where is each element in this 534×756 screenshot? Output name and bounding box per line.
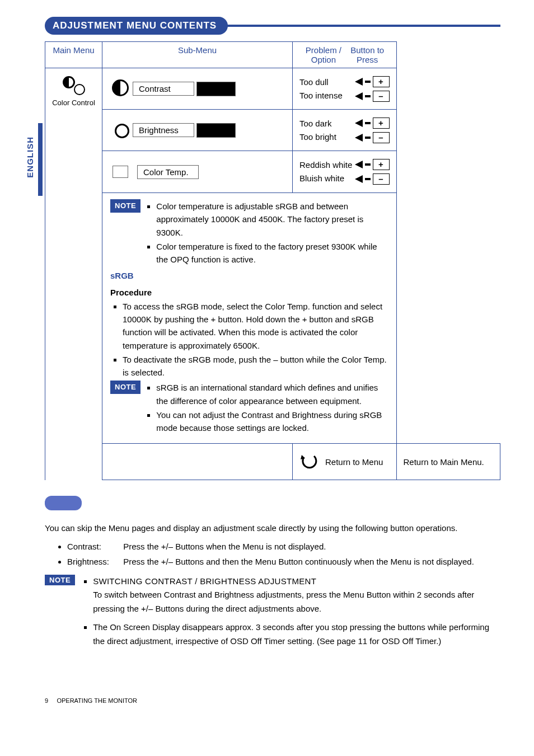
return-description-cell: Return to Main Menu.	[397, 444, 500, 480]
contrast-problem-dull: Too dull	[299, 76, 343, 89]
contrast-label: Contrast	[133, 82, 194, 96]
minus-key: –	[373, 91, 390, 102]
direct-note-switching-text: To switch between Contrast and Brightnes…	[93, 590, 474, 613]
direct-item-contrast: Contrast: Press the +/– Buttons when the…	[67, 540, 500, 554]
color-control-icon	[63, 76, 85, 93]
main-menu-label: Color Control	[49, 98, 99, 108]
direct-brightness-text: Press the +/– Buttons and then the Menu …	[123, 555, 498, 569]
brightness-problem-dark: Too dark	[299, 117, 336, 130]
direct-contrast-text: Press the +/– Buttons when the Menu is n…	[123, 542, 326, 551]
colortemp-label: Color Temp.	[137, 165, 199, 179]
direct-intro: You can skip the Menu pages and display …	[45, 522, 500, 536]
submenu-colortemp: Color Temp.	[102, 151, 292, 192]
srgb-note-block: NOTE Color temperature is adjustable sRG…	[102, 193, 396, 443]
plus-key: +	[373, 76, 390, 87]
minus-key: –	[373, 132, 390, 143]
colortemp-problem-bluish: Bluish white	[299, 172, 352, 185]
note-color-temp-fixed: Color temperature is fixed to the factor…	[156, 240, 385, 266]
language-tab: ENGLISH	[25, 137, 35, 178]
direct-note-block: NOTE SWITCHING CONTRAST / BRIGHTNESS ADJ…	[45, 575, 500, 653]
contrast-icon	[112, 79, 129, 96]
page-number: 9	[45, 697, 48, 704]
direct-list: Contrast: Press the +/– Buttons when the…	[45, 540, 500, 569]
arrow-left-icon	[355, 78, 363, 86]
direct-brightness-label: Brightness:	[67, 555, 121, 569]
page-footer: 9 OPERATING THE MONITOR	[45, 697, 500, 704]
note-badge: NOTE	[110, 199, 140, 213]
direct-note-osd: The On Screen Display disappears approx.…	[93, 621, 500, 649]
contrast-problem-intense: Too intense	[299, 89, 343, 102]
th-main-menu: Main Menu	[45, 42, 102, 68]
return-description: Return to Main Menu.	[404, 457, 484, 467]
direct-note-switching: SWITCHING CONTRAST / BRIGHTNESS ADJUSTME…	[93, 575, 500, 616]
th-button-label: Button to Press	[346, 45, 388, 64]
procedure-access: To access the sRGB mode, select the Colo…	[123, 300, 388, 352]
adjustment-menu-table: Main Menu Sub-Menu Problem / Option Butt…	[45, 41, 500, 480]
return-icon	[299, 453, 317, 471]
colortemp-problem-reddish: Reddish white	[299, 158, 352, 172]
arrow-left-icon	[355, 134, 363, 142]
footer-section: OPERATING THE MONITOR	[57, 697, 137, 704]
note-color-temp-adjustable: Color temperature is adjustable sRGB and…	[156, 200, 385, 239]
th-problem-label: Problem / Option	[301, 45, 346, 64]
brightness-swatch	[196, 123, 236, 138]
srgb-heading: sRGB	[110, 269, 388, 282]
arrow-left-icon	[355, 92, 363, 100]
problem-row-colortemp: Reddish white Bluish white + –	[293, 151, 396, 192]
colortemp-icon	[113, 166, 128, 178]
return-label: Return to Menu	[325, 457, 383, 467]
arrow-left-icon	[355, 161, 363, 168]
direct-section-pill	[45, 496, 82, 510]
problem-row-contrast: Too dull Too intense + –	[293, 68, 396, 110]
section-title-rule	[227, 25, 500, 27]
submenu-brightness: Brightness	[102, 110, 292, 151]
contrast-swatch	[196, 82, 236, 96]
button-plus-row: +	[355, 76, 390, 87]
note-srgb-locked: You can not adjust the Contrast and Brig…	[156, 408, 385, 435]
note-srgb-standard: sRGB is an international standard which …	[156, 381, 385, 407]
plus-key: +	[373, 118, 390, 129]
direct-contrast-label: Contrast:	[67, 540, 121, 554]
arrow-left-icon	[355, 119, 363, 127]
minus-key: –	[373, 173, 390, 185]
button-minus-row: –	[355, 91, 390, 102]
problem-row-brightness: Too dark Too bright + –	[293, 110, 396, 151]
brightness-problem-bright: Too bright	[299, 130, 336, 144]
arrow-left-icon	[355, 175, 363, 183]
main-menu-cell: Color Control	[45, 68, 102, 111]
submenu-contrast: Contrast	[102, 68, 292, 110]
direct-item-brightness: Brightness: Press the +/– Buttons and th…	[67, 555, 500, 569]
direct-note-osd-text: The On Screen Display disappears approx.…	[93, 622, 489, 646]
plus-key: +	[373, 159, 390, 170]
procedure-deactivate: To deactivate the sRGB mode, push the – …	[123, 353, 388, 379]
language-tab-accent	[38, 123, 43, 196]
direct-note-switching-heading: SWITCHING CONTRAST / BRIGHTNESS ADJUSTME…	[93, 576, 316, 586]
th-problem: Problem / Option Button to Press	[293, 42, 397, 68]
brightness-label: Brightness	[133, 123, 194, 137]
brightness-icon	[111, 120, 130, 139]
section-title: ADJUSTMENT MENU CONTENTS	[45, 17, 228, 35]
procedure-heading: Procedure	[110, 286, 388, 299]
note-badge: NOTE	[45, 575, 75, 585]
return-submenu: Return to Menu	[293, 444, 396, 480]
section-header-wrap: ADJUSTMENT MENU CONTENTS	[45, 17, 500, 35]
th-sub-menu: Sub-Menu	[102, 42, 293, 68]
note-badge: NOTE	[110, 381, 140, 394]
